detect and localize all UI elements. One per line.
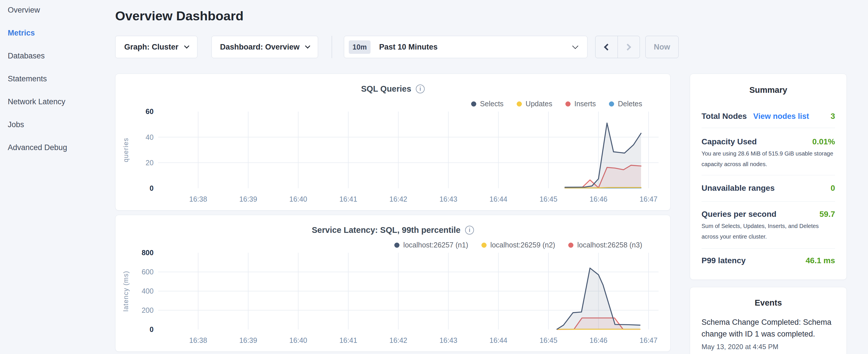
summary-value: 0 [831,184,835,193]
time-window-label: Past 10 Minutes [379,43,438,52]
next-timespan-button[interactable] [618,36,640,58]
events-panel: Events Schema Change Completed: Schema c… [690,287,847,354]
y-axis-tick-label: 20 [146,159,154,167]
sidebar-item-metrics[interactable]: Metrics [8,29,35,37]
event-timestamp: May 13, 2020 at 4:45 PM [702,343,778,351]
x-axis-tick-label: 16:42 [390,336,407,344]
x-axis-tick-label: 16:41 [339,336,357,344]
x-axis-tick-label: 16:44 [490,336,507,344]
divider [702,201,835,202]
summary-value: 59.7 [819,210,835,219]
controls-divider [332,36,332,58]
divider [702,248,835,249]
summary-value: 46.1 ms [806,256,835,265]
chevron-left-icon [604,43,611,51]
db-console-metrics-page: { "sidebar": { "items": [ { "label": "Ov… [0,0,868,354]
summary-row-total-nodes: Total Nodes View nodes list 3 [702,112,835,121]
event-text: Schema Change Completed: Schema change w… [702,317,836,340]
chevron-right-icon [624,43,631,51]
x-axis-tick-label: 16:43 [439,336,457,344]
sidebar-item-statements[interactable]: Statements [8,74,47,83]
x-axis-tick-label: 16:47 [640,195,657,203]
page-title: Overview Dashboard [115,9,244,24]
series-area [565,123,641,189]
summary-row-unavailable-ranges: Unavailable ranges 0 [702,184,835,193]
y-axis-tick-label: 800 [142,249,154,257]
chart-card-sql-queries: SQL Queries SelectsUpdatesInsertsDeletes… [115,74,671,211]
chevron-down-icon [184,43,189,49]
sidebar-item-network-latency[interactable]: Network Latency [8,97,65,106]
y-axis-tick-label: 200 [142,306,154,314]
summary-label: Capacity Used [702,137,757,147]
graph-dropdown-label: Graph: Cluster [124,43,178,52]
prev-timespan-button[interactable] [595,36,618,58]
summary-panel: Summary Total Nodes View nodes list 3 Ca… [690,74,847,280]
time-window-selector[interactable]: 10m Past 10 Minutes [344,36,587,58]
graph-dropdown[interactable]: Graph: Cluster [115,36,197,58]
summary-label: Unavailable ranges [702,184,775,193]
summary-value: 3 [831,112,835,121]
x-axis-tick-label: 16:41 [339,195,357,203]
y-axis-tick-label: 600 [142,268,154,276]
summary-subtext: You are using 28.6 MiB of 515.9 GiB usab… [702,148,836,169]
x-axis-tick-label: 16:38 [189,195,207,203]
dashboard-dropdown[interactable]: Dashboard: Overview [212,36,318,58]
x-axis-tick-label: 16:40 [289,195,307,203]
y-axis-tick-label: 60 [146,107,154,116]
sidebar-item-databases[interactable]: Databases [8,52,45,60]
divider [702,128,835,128]
summary-title: Summary [690,85,846,95]
sql-queries-chart-plot: 16:3816:3916:4016:4116:4216:4316:4416:45… [116,74,670,210]
x-axis-tick-label: 16:45 [539,336,557,344]
y-axis-tick-label: 40 [146,133,154,141]
service-latency-chart-plot: 16:3816:3916:4016:4116:4216:4316:4416:45… [116,215,670,351]
x-axis-tick-label: 16:40 [289,336,307,344]
x-axis-tick-label: 16:45 [539,195,557,203]
summary-row-queries-per-second: Queries per second 59.7 [702,210,835,219]
x-axis-tick-label: 16:39 [239,195,257,203]
chevron-down-icon [572,43,578,49]
now-button[interactable]: Now [645,36,679,58]
time-scrub-arrows [595,36,640,58]
x-axis-tick-label: 16:42 [390,195,407,203]
x-axis-tick-label: 16:38 [189,336,207,344]
x-axis-tick-label: 16:47 [640,336,657,344]
events-title: Events [690,298,846,308]
x-axis-tick-label: 16:44 [490,195,507,203]
summary-subtext: Sum of Selects, Updates, Inserts, and De… [702,221,836,242]
summary-value: 0.01% [812,137,835,147]
x-axis-tick-label: 16:46 [589,195,607,203]
x-axis-tick-label: 16:43 [439,195,457,203]
view-nodes-list-link[interactable]: View nodes list [753,112,809,121]
sidebar-item-advanced-debug[interactable]: Advanced Debug [8,143,67,152]
x-axis-tick-label: 16:39 [239,336,257,344]
y-axis-tick-label: 0 [150,184,154,192]
summary-label: P99 latency [702,256,746,265]
summary-row-p99-latency: P99 latency 46.1 ms [702,256,835,265]
summary-label: Queries per second [702,210,776,219]
summary-label: Total Nodes [702,112,747,121]
y-axis-tick-label: 400 [142,287,154,295]
time-window-badge: 10m [349,40,371,54]
summary-row-capacity-used: Capacity Used 0.01% [702,137,835,147]
y-axis-unit-label: queries [122,138,129,162]
chevron-down-icon [305,43,310,49]
chart-card-service-latency: Service Latency: SQL, 99th percentile lo… [115,215,671,352]
sidebar-item-jobs[interactable]: Jobs [8,120,24,129]
y-axis-unit-label: latency (ms) [122,271,129,312]
y-axis-tick-label: 0 [150,325,154,333]
x-axis-tick-label: 16:46 [589,336,607,344]
sidebar-item-overview[interactable]: Overview [8,6,40,14]
series-area [557,268,640,329]
dashboard-dropdown-label: Dashboard: Overview [220,43,300,52]
